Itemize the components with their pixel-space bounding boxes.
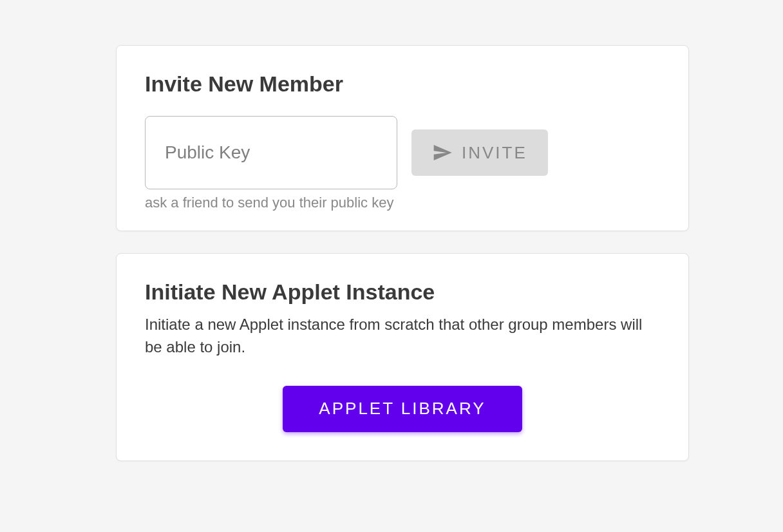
send-icon (432, 142, 453, 163)
invite-member-card: Invite New Member INVITE ask a friend to… (116, 45, 689, 231)
initiate-applet-card: Initiate New Applet Instance Initiate a … (116, 253, 689, 461)
public-key-helper-text: ask a friend to send you their public ke… (145, 195, 660, 211)
applet-card-title: Initiate New Applet Instance (145, 280, 660, 305)
invite-input-row: INVITE (145, 116, 660, 189)
applet-card-description: Initiate a new Applet instance from scra… (145, 314, 660, 359)
public-key-input[interactable] (145, 116, 397, 189)
invite-button-label: INVITE (462, 143, 527, 163)
invite-button[interactable]: INVITE (411, 129, 548, 176)
applet-library-button[interactable]: APPLET LIBRARY (283, 386, 522, 432)
invite-card-title: Invite New Member (145, 71, 660, 97)
